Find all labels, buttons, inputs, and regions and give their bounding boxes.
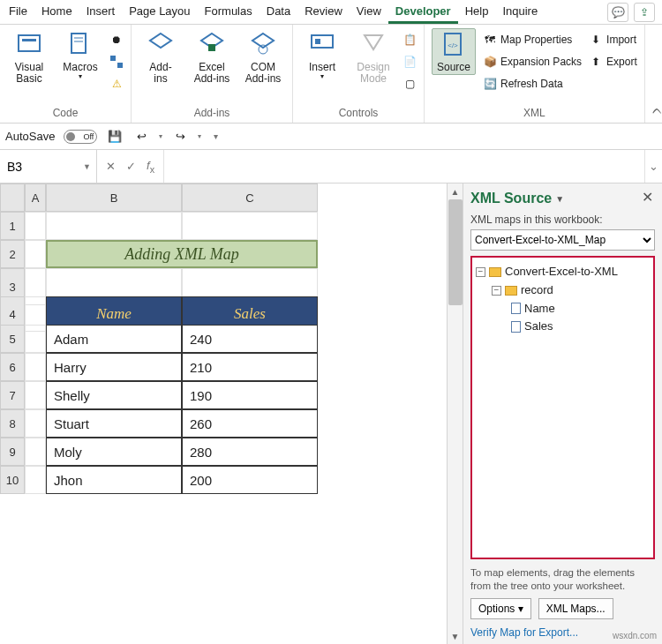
menu-page-layout[interactable]: Page Layou: [122, 0, 197, 24]
cancel-formula-icon[interactable]: ✕: [106, 160, 116, 173]
undo-icon[interactable]: ↩: [132, 128, 150, 146]
table-cell[interactable]: 240: [182, 325, 318, 353]
row-header[interactable]: 5: [0, 325, 25, 353]
design-mode-button[interactable]: Design Mode: [351, 28, 395, 85]
table-cell[interactable]: 280: [182, 438, 318, 466]
refresh-data-button[interactable]: 🔄Refresh Data: [483, 74, 582, 94]
menu-developer[interactable]: Developer: [388, 0, 458, 24]
tree-record[interactable]: −record: [476, 281, 650, 300]
col-header-a[interactable]: A: [25, 183, 46, 212]
fx-icon[interactable]: fx: [147, 159, 154, 175]
vertical-scrollbar[interactable]: ▲ ▼: [447, 183, 463, 644]
name-box-dropdown-icon[interactable]: ▼: [83, 162, 91, 171]
collapse-icon[interactable]: −: [492, 286, 501, 296]
xml-map-select[interactable]: Convert-Excel-to-XML_Map: [470, 229, 655, 251]
cell[interactable]: [25, 466, 46, 494]
collapse-icon[interactable]: −: [476, 267, 485, 277]
expansion-packs-button[interactable]: 📦Expansion Packs: [483, 52, 582, 71]
cell[interactable]: [25, 212, 46, 240]
xml-options-button[interactable]: Options ▾: [470, 598, 531, 619]
menu-data[interactable]: Data: [260, 0, 297, 24]
menu-inquire[interactable]: Inquire: [495, 0, 545, 24]
table-cell[interactable]: Stuart: [46, 409, 182, 438]
redo-icon[interactable]: ↪: [171, 128, 189, 146]
table-cell[interactable]: Harry: [46, 353, 182, 381]
macros-button[interactable]: Macros ▾: [58, 28, 102, 81]
xml-source-button[interactable]: </> Source: [432, 28, 476, 75]
cell[interactable]: [25, 381, 46, 409]
tree-root[interactable]: −Convert-Excel-to-XML: [476, 263, 650, 281]
com-addins-button[interactable]: COM Add-ins: [241, 28, 285, 85]
tree-leaf-sales[interactable]: Sales: [476, 318, 650, 336]
insert-control-button[interactable]: Insert ▾: [300, 28, 344, 81]
macro-security-button[interactable]: ⚠: [109, 74, 124, 94]
map-properties-button[interactable]: 🗺Map Properties: [483, 30, 582, 49]
cell[interactable]: [182, 212, 318, 240]
cell[interactable]: [25, 409, 46, 438]
formula-input[interactable]: [164, 150, 644, 183]
name-box-input[interactable]: [5, 159, 67, 175]
menu-file[interactable]: File: [2, 0, 34, 24]
autosave-toggle[interactable]: Off: [64, 130, 97, 144]
row-header[interactable]: 9: [0, 438, 25, 466]
col-header-c[interactable]: C: [182, 183, 318, 212]
visual-basic-button[interactable]: Visual Basic: [7, 28, 51, 85]
view-code-button[interactable]: 📄: [402, 52, 417, 71]
scroll-thumb[interactable]: [448, 199, 463, 305]
table-cell[interactable]: 260: [182, 409, 318, 438]
table-cell[interactable]: Adam: [46, 325, 182, 353]
title-cell[interactable]: Adding XML Map: [46, 240, 318, 268]
table-cell[interactable]: Moly: [46, 438, 182, 466]
addins-button[interactable]: Add- ins: [139, 28, 183, 85]
cell[interactable]: [25, 353, 46, 381]
xml-export-button[interactable]: ⬆Export: [589, 52, 637, 71]
row-header[interactable]: 1: [0, 212, 25, 240]
properties-button[interactable]: 📋: [402, 30, 417, 49]
table-cell[interactable]: Shelly: [46, 381, 182, 409]
xml-import-button[interactable]: ⬇Import: [589, 30, 637, 49]
close-pane-icon[interactable]: ✕: [642, 189, 653, 206]
use-relative-refs-button[interactable]: [109, 52, 124, 71]
comments-icon[interactable]: 💬: [607, 3, 628, 22]
name-box[interactable]: ▼: [0, 150, 97, 183]
cell[interactable]: [46, 212, 182, 240]
menu-help[interactable]: Help: [458, 0, 496, 24]
design-mode-icon: [359, 30, 387, 58]
row-header[interactable]: 2: [0, 240, 25, 268]
worksheet[interactable]: A B C 1 2 Adding XML Map 3 4 Name Sales …: [0, 183, 463, 644]
qat-customize-icon[interactable]: ▾: [214, 131, 218, 141]
col-header-b[interactable]: B: [46, 183, 182, 212]
excel-addins-button[interactable]: Excel Add-ins: [190, 28, 234, 85]
table-cell[interactable]: 210: [182, 353, 318, 381]
share-icon[interactable]: ⇪: [634, 3, 655, 22]
table-cell[interactable]: Jhon: [46, 466, 182, 494]
xml-maps-button[interactable]: XML Maps...: [538, 598, 613, 619]
menu-review[interactable]: Review: [297, 0, 350, 24]
cell[interactable]: [25, 240, 46, 268]
save-icon[interactable]: 💾: [106, 128, 124, 146]
row-header[interactable]: 10: [0, 466, 25, 494]
row-header[interactable]: 8: [0, 409, 25, 438]
menu-insert[interactable]: Insert: [79, 0, 123, 24]
run-dialog-button[interactable]: ▢: [402, 74, 417, 94]
cell[interactable]: [25, 325, 46, 353]
scroll-down-icon[interactable]: ▼: [448, 628, 463, 644]
menu-formulas[interactable]: Formulas: [198, 0, 260, 24]
menu-home[interactable]: Home: [34, 0, 79, 24]
table-cell[interactable]: 200: [182, 466, 318, 494]
xml-tree[interactable]: −Convert-Excel-to-XML −record Name Sales: [470, 256, 655, 559]
table-cell[interactable]: 190: [182, 381, 318, 409]
menu-view[interactable]: View: [350, 0, 388, 24]
map-properties-icon: 🗺: [483, 33, 497, 47]
scroll-up-icon[interactable]: ▲: [448, 183, 463, 199]
pane-menu-icon[interactable]: ▼: [555, 194, 564, 204]
select-all-corner[interactable]: [0, 183, 25, 212]
collapse-ribbon-button[interactable]: ᨈ: [645, 102, 662, 123]
record-macro-button[interactable]: ⏺: [109, 30, 124, 49]
row-header[interactable]: 6: [0, 353, 25, 381]
formula-expand-icon[interactable]: ⌄: [644, 150, 662, 183]
enter-formula-icon[interactable]: ✓: [126, 160, 136, 173]
tree-leaf-name[interactable]: Name: [476, 300, 650, 318]
row-header[interactable]: 7: [0, 381, 25, 409]
cell[interactable]: [25, 438, 46, 466]
